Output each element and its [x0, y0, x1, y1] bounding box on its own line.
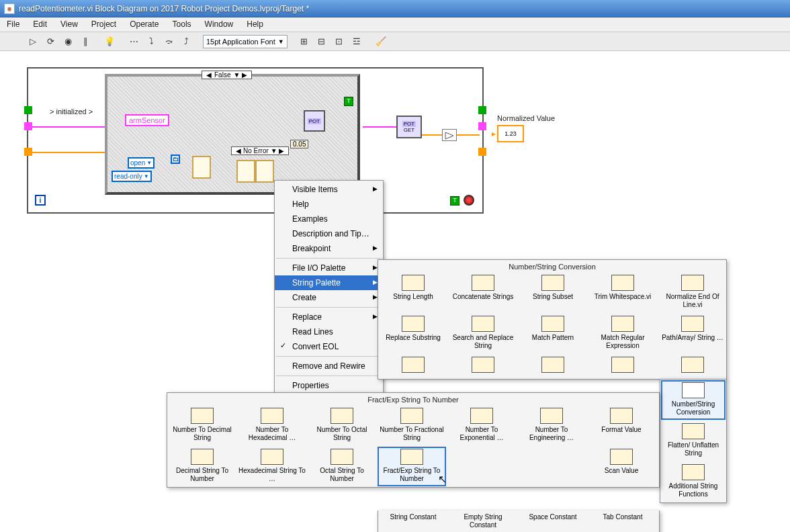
pal-flatten-unflatten[interactable]: Flatten/ Unflatten String	[660, 420, 726, 461]
menu-operate[interactable]: Operate	[123, 17, 165, 32]
number-string-palette[interactable]: Fract/Exp String To Number Number To Dec…	[167, 392, 660, 488]
menu-help[interactable]: Help	[240, 17, 270, 32]
string-palette-bottom[interactable]: String Constant Empty String Constant Sp…	[378, 511, 660, 532]
subpalette-title: Fract/Exp String To Number	[167, 393, 659, 405]
pal-replace-substring[interactable]: Replace Substring	[378, 313, 448, 354]
step-into-button[interactable]: ⤵	[144, 34, 159, 49]
case-structure[interactable]: ◀ False ▼ ▶ T armSensor POT 0.05 ◀ No Er…	[105, 74, 360, 195]
pal-scan-value[interactable]: Scan Value	[586, 446, 656, 487]
pal-string-length[interactable]: String Length	[378, 272, 448, 313]
block-diagram-canvas[interactable]: > initialized > i T ◀ False ▼ ▶ T armSen…	[0, 51, 790, 532]
pal-additional-string-fn[interactable]: Additional String Functions	[660, 461, 726, 502]
pal-format-value[interactable]: Format Value	[586, 405, 656, 446]
menu-window[interactable]: Window	[198, 17, 240, 32]
ctx-properties[interactable]: Properties	[275, 378, 383, 393]
ctx-fileio-palette[interactable]: File I/O Palette▶	[275, 261, 383, 275]
path-constant-icon[interactable]: 🗀	[171, 154, 180, 164]
reorder-button[interactable]: ☲	[349, 34, 364, 49]
menu-edit[interactable]: Edit	[26, 17, 54, 32]
ctx-visible-items[interactable]: Visible Items▶	[275, 182, 383, 197]
case-value: False	[214, 71, 230, 79]
file-close-vi[interactable]	[255, 160, 274, 183]
greater-than-node[interactable]	[442, 129, 457, 141]
ctx-read-lines[interactable]: Read Lines	[275, 324, 383, 339]
ctx-string-palette[interactable]: String Palette▶	[275, 275, 383, 290]
abort-button[interactable]: ◉	[60, 34, 75, 49]
pal-decimal-to-num[interactable]: Decimal String To Number	[167, 446, 237, 487]
align-button[interactable]: ⊞	[297, 34, 312, 49]
pal-path-array-string[interactable]: Path/Array/ String …	[658, 313, 728, 354]
run-continuous-button[interactable]: ⟳	[43, 34, 58, 49]
normalized-value-label: Normalized Value	[497, 114, 555, 122]
pal-tab-constant[interactable]: Tab Constant	[588, 511, 658, 532]
pause-button[interactable]: ∥	[78, 34, 93, 49]
ctx-replace[interactable]: Replace▶	[275, 310, 383, 324]
pal-hex-to-num[interactable]: Hexadecimal String To …	[237, 446, 307, 487]
ctx-convert-eol[interactable]: ✓Convert EOL	[275, 339, 383, 354]
context-menu[interactable]: Visible Items▶ Help Examples Description…	[274, 180, 384, 395]
resize-button[interactable]: ⊡	[332, 34, 347, 49]
ctx-desc-tip[interactable]: Description and Tip…	[275, 226, 383, 241]
tunnel	[478, 148, 486, 156]
pal-icon[interactable]	[658, 354, 728, 379]
menubar: File Edit View Project Operate Tools Win…	[0, 17, 790, 32]
pal-icon[interactable]	[378, 354, 448, 379]
string-palette-side[interactable]: Number/String Conversion Flatten/ Unflat…	[660, 379, 727, 503]
menu-tools[interactable]: Tools	[166, 17, 198, 32]
wire	[363, 126, 396, 128]
retain-wire-button[interactable]: ⋯	[126, 34, 141, 49]
pal-icon[interactable]	[518, 354, 588, 379]
ctx-breakpoint[interactable]: Breakpoint▶	[275, 241, 383, 256]
pal-icon[interactable]	[588, 354, 658, 379]
pal-num-to-hex[interactable]: Number To Hexadecimal …	[237, 405, 307, 446]
cleanup-button[interactable]: 🧹	[374, 34, 388, 49]
file-read-vi[interactable]	[236, 160, 255, 183]
while-loop[interactable]: > initialized > i T ◀ False ▼ ▶ T armSen…	[27, 67, 484, 214]
highlight-button[interactable]: 💡	[102, 34, 117, 49]
pal-space-constant[interactable]: Space Constant	[518, 511, 588, 532]
pot-get-vi[interactable]: POT GET	[396, 116, 422, 138]
file-open-vi[interactable]	[192, 156, 211, 179]
pal-string-constant[interactable]: String Constant	[378, 511, 448, 532]
open-ring[interactable]: open▼	[128, 157, 155, 169]
pal-number-string-conv[interactable]: Number/String Conversion	[660, 380, 726, 420]
pal-string-subset[interactable]: String Subset	[518, 272, 588, 313]
pal-empty-string-constant[interactable]: Empty String Constant	[448, 511, 518, 532]
pal-octal-to-num[interactable]: Octal String To Number	[307, 446, 377, 487]
pal-icon[interactable]	[448, 354, 518, 379]
pal-num-to-exponential[interactable]: Number To Exponential …	[447, 405, 517, 446]
step-out-button[interactable]: ⤴	[179, 34, 193, 49]
ctx-examples[interactable]: Examples	[275, 212, 383, 226]
pal-num-to-octal[interactable]: Number To Octal String	[307, 405, 377, 446]
pal-search-replace[interactable]: Search and Replace String	[448, 313, 518, 354]
pal-normalize-eol[interactable]: Normalize End Of Line.vi	[658, 272, 728, 313]
normalized-value-indicator[interactable]: 1.23	[497, 125, 524, 142]
numeric-constant[interactable]: 0.05	[290, 140, 308, 148]
pal-match-regex[interactable]: Match Regular Expression	[588, 313, 658, 354]
read-only-ring[interactable]: read-only▼	[112, 171, 152, 182]
ctx-remove-rewire[interactable]: Remove and Rewire	[275, 359, 383, 373]
ctx-help[interactable]: Help	[275, 197, 383, 212]
pal-num-to-engineering[interactable]: Number To Engineering …	[517, 405, 586, 446]
no-error-case[interactable]: ◀ No Error ▼ ▶	[231, 146, 289, 155]
menu-file[interactable]: File	[0, 17, 26, 32]
pal-concat-strings[interactable]: Concatenate Strings	[448, 272, 518, 313]
distribute-button[interactable]: ⊟	[314, 34, 329, 49]
font-selector[interactable]: 15pt Application Font ▼	[203, 35, 288, 48]
pal-fract-exp-to-num[interactable]: Fract/Exp String To Number	[377, 446, 447, 487]
arm-sensor-label[interactable]: armSensor	[125, 114, 169, 126]
menu-project[interactable]: Project	[85, 17, 123, 32]
wire	[32, 152, 105, 153]
run-button[interactable]: ▷	[26, 34, 40, 49]
pot-open-vi[interactable]: POT	[304, 110, 325, 132]
pal-match-pattern[interactable]: Match Pattern	[518, 313, 588, 354]
step-over-button[interactable]: ⤼	[161, 34, 176, 49]
pal-num-to-fractional[interactable]: Number To Fractional String	[377, 405, 447, 446]
pal-trim-whitespace[interactable]: Trim Whitespace.vi	[588, 272, 658, 313]
menu-view[interactable]: View	[54, 17, 85, 32]
pal-num-to-decimal[interactable]: Number To Decimal String	[167, 405, 237, 446]
stop-terminal[interactable]	[464, 195, 474, 206]
ctx-create[interactable]: Create▶	[275, 290, 383, 305]
string-palette[interactable]: Number/String Conversion String Length C…	[378, 259, 727, 380]
case-selector[interactable]: ◀ False ▼ ▶	[202, 71, 252, 79]
